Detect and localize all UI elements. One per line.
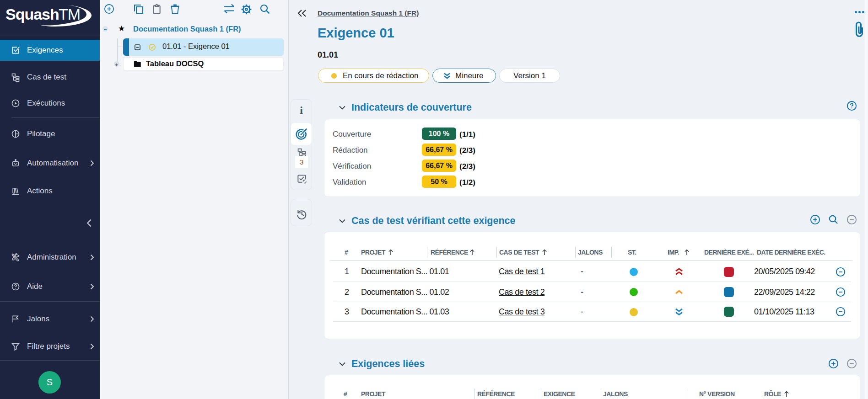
svg-text:TM: TM: [59, 5, 80, 23]
svg-text:Squash: Squash: [5, 5, 59, 23]
